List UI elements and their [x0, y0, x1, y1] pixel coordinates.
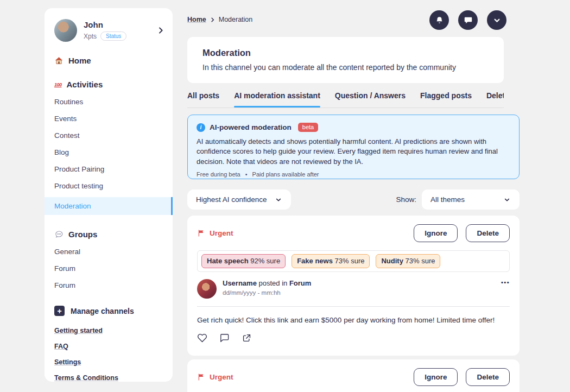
tab-bar: All posts AI moderation assistant Questi…	[187, 91, 504, 108]
post-actions	[197, 333, 510, 343]
sidebar-item-contest[interactable]: Contest	[45, 127, 173, 144]
filter-row: Highest AI confidence Show: All themes	[187, 189, 520, 210]
topbar-actions	[429, 10, 506, 30]
ai-tag-bar: Hate speech 92% sure Fake news 73% sure …	[197, 250, 510, 272]
ai-moderation-info-banner: i AI-powered moderation beta AI automati…	[187, 115, 520, 179]
chevron-right-icon	[210, 17, 216, 23]
tag-label: Fake news	[297, 257, 333, 265]
flag-icon	[197, 229, 205, 237]
tab-flagged-posts[interactable]: Flagged posts	[420, 91, 472, 108]
delete-button[interactable]: Delete	[466, 224, 510, 242]
urgent-label: Urgent	[210, 229, 233, 237]
link-settings[interactable]: Settings	[54, 358, 163, 366]
section-title: Activities	[67, 80, 103, 89]
chevron-down-icon	[492, 16, 502, 25]
manage-channels-label: Manage channels	[71, 307, 134, 315]
avatar	[54, 19, 77, 42]
flag-icon	[197, 373, 205, 381]
tag-fake-news[interactable]: Fake news 73% sure	[292, 254, 370, 268]
plus-icon: +	[54, 306, 65, 316]
sidebar-item-routines[interactable]: Routines	[45, 93, 173, 110]
collapse-button[interactable]	[487, 10, 506, 30]
bullet-separator: •	[245, 171, 248, 178]
sidebar-item-forum-1[interactable]: Forum	[45, 260, 173, 277]
info-icon: i	[197, 123, 205, 132]
sidebar-item-events[interactable]: Events	[45, 110, 173, 127]
tag-confidence: 92% sure	[250, 257, 280, 265]
share-icon[interactable]	[242, 333, 252, 343]
like-icon[interactable]	[197, 333, 207, 343]
tag-confidence: 73% sure	[335, 257, 365, 265]
section-title: Groups	[68, 230, 97, 239]
tag-nudity[interactable]: Nudity 73% sure	[376, 254, 440, 268]
sidebar-item-blog[interactable]: Blog	[45, 144, 173, 161]
profile-points: Xpts	[84, 33, 97, 40]
breadcrumb-home-link[interactable]: Home	[187, 16, 206, 23]
sidebar-item-general[interactable]: General	[45, 243, 173, 260]
chat-icon	[464, 16, 473, 25]
sidebar-item-product-pairing[interactable]: Product Pairing	[45, 161, 173, 178]
avatar	[197, 279, 217, 299]
posted-in-text: posted in	[259, 279, 288, 287]
sidebar-section-activities[interactable]: 100 Activities	[45, 80, 173, 89]
theme-dropdown[interactable]: All themes	[422, 189, 520, 210]
activities-list: Routines Events Contest Blog Product Pai…	[45, 93, 173, 215]
divider	[197, 306, 510, 307]
page-title: Moderation	[202, 48, 489, 58]
notifications-button[interactable]	[429, 10, 449, 30]
link-getting-started[interactable]: Getting started	[54, 327, 163, 334]
home-icon	[54, 56, 64, 65]
link-faq[interactable]: FAQ	[54, 343, 163, 350]
page-description: In this channel you can moderate all the…	[202, 63, 489, 72]
beta-badge: beta	[298, 123, 318, 132]
flagged-post-card: Urgent Ignore Delete Hate speech 92% sur…	[187, 216, 520, 356]
footnote-free: Free during beta	[197, 171, 240, 178]
status-badge[interactable]: Status	[100, 31, 126, 41]
tag-confidence: 73% sure	[406, 257, 435, 265]
tag-label: Hate speech	[207, 257, 249, 265]
timestamp: dd/mm/yyyy - mm:hh	[223, 289, 501, 296]
comment-icon[interactable]	[219, 333, 230, 343]
sidebar-item-product-testing[interactable]: Product testing	[45, 178, 173, 194]
hundred-points-icon: 100	[54, 82, 62, 87]
tab-all-posts[interactable]: All posts	[187, 91, 219, 108]
link-terms-conditions[interactable]: Terms & Conditions	[54, 374, 163, 382]
sidebar-item-moderation[interactable]: Moderation	[45, 197, 173, 215]
channel-name[interactable]: Forum	[289, 279, 311, 287]
delete-button[interactable]: Delete	[466, 368, 510, 386]
footnote-paid: Paid plans available after	[252, 171, 319, 178]
sidebar-section-groups[interactable]: Groups	[45, 230, 173, 239]
breadcrumb-current: Moderation	[219, 16, 253, 23]
info-title: AI-powered moderation	[210, 123, 292, 131]
profile-name: John	[84, 20, 156, 29]
tab-deleted-posts[interactable]: Deleted posts	[486, 91, 504, 108]
show-label: Show:	[396, 195, 416, 204]
sidebar-item-forum-2[interactable]: Forum	[45, 277, 173, 294]
chevron-right-icon[interactable]	[156, 26, 165, 35]
tab-ai-moderation-assistant[interactable]: AI moderation assistant	[234, 91, 320, 108]
ignore-button[interactable]: Ignore	[414, 224, 458, 242]
profile-card[interactable]: John Xpts Status	[45, 19, 173, 42]
sidebar-item-label: Home	[68, 56, 91, 65]
manage-channels-button[interactable]: + Manage channels	[45, 306, 173, 316]
more-options-icon[interactable]: •••	[501, 279, 510, 286]
messages-button[interactable]	[458, 10, 478, 30]
tag-hate-speech[interactable]: Hate speech 92% sure	[201, 254, 286, 268]
author-name[interactable]: Username	[223, 279, 257, 287]
sidebar-item-home[interactable]: Home	[45, 56, 173, 65]
sort-dropdown[interactable]: Highest AI confidence	[187, 189, 291, 210]
channel-header-card: Moderation In this channel you can moder…	[187, 37, 504, 83]
chevron-down-icon	[275, 196, 282, 204]
ignore-button[interactable]: Ignore	[414, 368, 458, 386]
breadcrumb: Home Moderation	[187, 16, 252, 23]
sidebar-footer-links: Getting started FAQ Settings Terms & Con…	[45, 327, 173, 382]
post-content: Get rich quick! Click this link and earn…	[197, 316, 510, 324]
theme-dropdown-value: All themes	[430, 195, 465, 204]
tab-question-answers[interactable]: Question / Answers	[335, 91, 406, 108]
speech-bubble-icon	[54, 230, 64, 239]
chevron-down-icon	[503, 196, 511, 204]
tag-label: Nudity	[381, 257, 403, 265]
sidebar: John Xpts Status Home 100 Activities Rou…	[45, 8, 173, 382]
urgent-label: Urgent	[210, 373, 233, 381]
author-line: Username posted in Forum	[223, 279, 501, 287]
